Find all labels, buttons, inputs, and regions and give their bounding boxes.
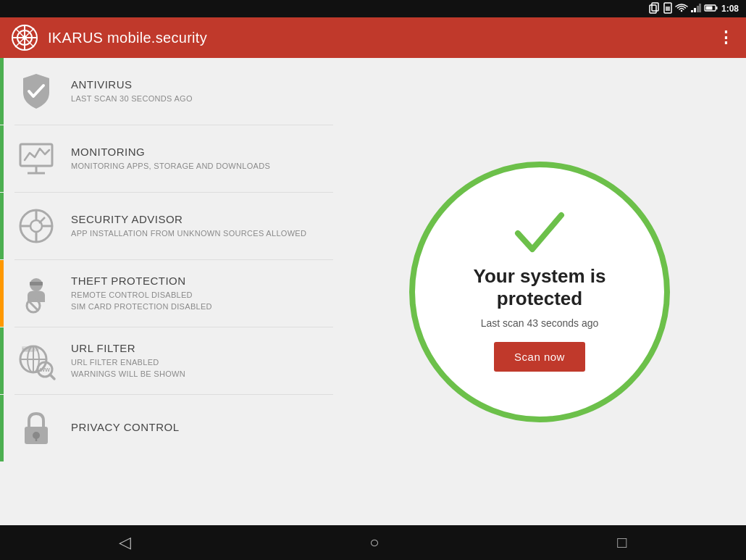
menu-item-privacy-control[interactable]: PRIVACY CONTROL (0, 395, 333, 461)
antivirus-text: ANTIVIRUS LAST SCAN 30 SECONDS AGO (71, 78, 319, 104)
svg-rect-7 (699, 4, 701, 12)
theft-protection-text: THEFT PROTECTION REMOTE CONTROL DISABLED… (71, 275, 319, 312)
status-bar: 1:08 (0, 0, 746, 17)
security-advisor-text: SECURITY ADVISOR APP INSTALLATION FROM U… (71, 213, 319, 239)
url-filter-icon: http://w ww (14, 339, 58, 383)
svg-line-27 (39, 217, 45, 223)
theft-protection-subtitle: REMOTE CONTROL DISABLEDSIM CARD PROTECTI… (71, 290, 319, 312)
svg-rect-6 (697, 6, 699, 12)
menu-button[interactable]: ⋮ (718, 28, 734, 47)
monitoring-title: MONITORING (71, 146, 319, 158)
protection-title: Your system isprotected (473, 265, 605, 310)
antivirus-title: ANTIVIRUS (71, 78, 319, 91)
sim-icon (663, 3, 672, 14)
monitoring-subtitle: MONITORING APPS, STORAGE AND DOWNLOADS (71, 161, 319, 172)
privacy-control-icon (14, 406, 58, 450)
security-advisor-title: SECURITY ADVISOR (71, 213, 319, 225)
url-filter-title: URL FILTER (71, 342, 319, 354)
home-button[interactable]: ○ (369, 533, 379, 552)
battery-icon (705, 4, 718, 14)
svg-rect-9 (716, 7, 717, 9)
svg-text:http://w: http://w (22, 347, 40, 353)
svg-rect-3 (666, 7, 670, 11)
last-scan-text: Last scan 43 seconds ago (481, 317, 599, 329)
app-bar: IKARUS mobile.security ⋮ (0, 17, 746, 58)
antivirus-icon (14, 70, 58, 113)
menu-item-monitoring[interactable]: MONITORING MONITORING APPS, STORAGE AND … (0, 125, 333, 192)
privacy-control-text: PRIVACY CONTROL (71, 421, 319, 436)
svg-rect-1 (650, 5, 656, 13)
menu-item-url-filter[interactable]: http://w ww URL FILTER URL FILTER ENABLE… (0, 327, 333, 394)
copy-icon (650, 3, 660, 14)
privacy-control-title: PRIVACY CONTROL (71, 421, 319, 433)
svg-rect-5 (694, 8, 696, 12)
svg-rect-0 (652, 3, 658, 11)
signal-icon (691, 4, 701, 14)
indicator-theft-protection (0, 260, 4, 327)
theft-protection-title: THEFT PROTECTION (71, 275, 319, 287)
monitoring-text: MONITORING MONITORING APPS, STORAGE AND … (71, 146, 319, 172)
monitoring-icon (14, 137, 58, 180)
svg-line-39 (50, 375, 54, 379)
left-panel: ANTIVIRUS LAST SCAN 30 SECONDS AGO MONIT… (0, 58, 333, 525)
svg-line-31 (28, 301, 38, 311)
indicator-antivirus (0, 58, 4, 125)
security-advisor-icon (14, 204, 58, 248)
url-filter-subtitle: URL FILTER ENABLEDWARNINGS WILL BE SHOWN (71, 357, 319, 380)
menu-item-antivirus[interactable]: ANTIVIRUS LAST SCAN 30 SECONDS AGO (0, 58, 333, 125)
theft-protection-icon (14, 272, 58, 315)
svg-rect-29 (30, 282, 43, 285)
app-title: IKARUS mobile.security (48, 30, 207, 46)
svg-rect-10 (705, 7, 712, 10)
wifi-icon (676, 4, 687, 14)
main-content: ANTIVIRUS LAST SCAN 30 SECONDS AGO MONIT… (0, 58, 746, 525)
indicator-monitoring (0, 125, 4, 192)
url-filter-text: URL FILTER URL FILTER ENABLEDWARNINGS WI… (71, 342, 319, 380)
security-advisor-subtitle: APP INSTALLATION FROM UNKNOWN SOURCES AL… (71, 228, 319, 239)
status-time: 1:08 (721, 4, 739, 14)
back-button[interactable]: ◁ (119, 533, 131, 552)
app-bar-left: IKARUS mobile.security (12, 25, 207, 51)
menu-item-security-advisor[interactable]: SECURITY ADVISOR APP INSTALLATION FROM U… (0, 193, 333, 259)
app-logo-icon (12, 25, 38, 51)
protection-circle: Your system isprotected Last scan 43 sec… (409, 162, 670, 422)
menu-item-theft-protection[interactable]: THEFT PROTECTION REMOTE CONTROL DISABLED… (0, 260, 333, 327)
bottom-nav: ◁ ○ □ (0, 525, 746, 560)
svg-text:ww: ww (39, 366, 51, 373)
checkmark-icon (514, 212, 565, 258)
antivirus-subtitle: LAST SCAN 30 SECONDS AGO (71, 93, 319, 104)
indicator-security-advisor (0, 193, 4, 259)
status-icons: 1:08 (650, 3, 739, 14)
indicator-privacy-control (0, 395, 4, 461)
recents-button[interactable]: □ (617, 533, 626, 552)
indicator-url-filter (0, 327, 4, 394)
svg-point-17 (22, 35, 27, 40)
scan-now-button[interactable]: Scan now (494, 342, 585, 372)
svg-rect-4 (691, 10, 693, 12)
right-panel: Your system isprotected Last scan 43 sec… (333, 58, 746, 525)
